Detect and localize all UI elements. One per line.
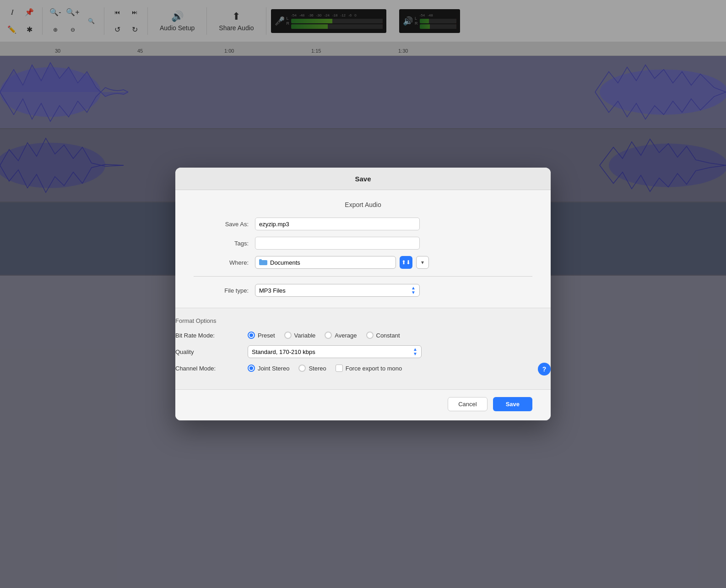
radio-constant-label: Constant [376,332,400,339]
radio-preset-circle [248,332,255,339]
tags-row: Tags: [194,237,532,250]
force-mono-checkbox [336,365,343,372]
chevron-down-icon: ▾ [421,259,424,266]
where-select[interactable]: Documents [255,256,396,269]
radio-variable-label: Variable [294,332,316,339]
save-as-row: Save As: [194,218,532,230]
where-label: Where: [194,259,249,266]
save-as-input[interactable] [255,218,420,230]
radio-joint-stereo[interactable]: Joint Stereo [248,365,289,372]
quality-value: Standard, 170-210 kbps [252,348,315,355]
format-options-title: Format Options [175,317,551,324]
where-picker-button[interactable]: ⬆⬇ [400,256,412,269]
radio-joint-stereo-label: Joint Stereo [258,365,289,372]
file-type-value: MP3 Files [259,287,286,294]
file-type-select[interactable]: MP3 Files ▲ ▼ [255,284,420,297]
radio-average-label: Average [335,332,357,339]
force-mono-label: Force export to mono [346,365,402,372]
tags-label: Tags: [194,240,249,247]
bit-rate-radio-group: Preset Variable Average Constant [248,332,400,339]
where-row: Where: Documents ⬆⬇ [194,256,532,269]
radio-constant-circle [366,332,374,339]
quality-select[interactable]: Standard, 170-210 kbps ▲ ▼ [248,345,422,358]
question-mark-icon: ? [542,365,547,373]
save-dialog: Save Export Audio Save As: Tags: Where: [175,168,551,420]
tags-input[interactable] [255,237,420,250]
where-controls: Documents ⬆⬇ ▾ [255,256,429,269]
radio-variable-circle [284,332,292,339]
radio-variable[interactable]: Variable [284,332,316,339]
radio-preset[interactable]: Preset [248,332,275,339]
svg-rect-9 [259,259,262,261]
dialog-title: Save [355,175,371,183]
format-options-section: Format Options Bit Rate Mode: Preset Var… [175,308,551,390]
channel-mode-label: Channel Mode: [175,365,244,372]
radio-average-circle [325,332,332,339]
dialog-titlebar: Save [175,168,551,190]
save-button[interactable]: Save [493,397,532,411]
radio-stereo-label: Stereo [309,365,326,372]
radio-average[interactable]: Average [325,332,357,339]
checkbox-force-mono[interactable]: Force export to mono [336,365,402,372]
dialog-overlay: Save Export Audio Save As: Tags: Where: [0,0,726,588]
file-type-label: File type: [194,287,249,294]
bit-rate-label: Bit Rate Mode: [175,332,244,339]
radio-constant[interactable]: Constant [366,332,400,339]
radio-joint-stereo-circle [248,365,255,372]
file-type-arrows: ▲ ▼ [411,286,416,295]
radio-stereo-circle [298,365,306,372]
file-type-row: File type: MP3 Files ▲ ▼ [194,284,532,297]
help-button[interactable]: ? [538,363,551,376]
channel-mode-row: Channel Mode: Joint Stereo Stereo Force … [175,365,551,372]
bit-rate-row: Bit Rate Mode: Preset Variable Average [175,332,551,339]
folder-icon [259,259,267,267]
quality-arrows: ▲ ▼ [413,347,417,356]
save-as-label: Save As: [194,221,249,228]
radio-preset-label: Preset [258,332,275,339]
channel-radio-group: Joint Stereo Stereo Force export to mono [248,365,402,372]
separator-1 [194,276,532,277]
quality-label: Quality [175,348,244,355]
where-expand-button[interactable]: ▾ [416,256,429,269]
cancel-button[interactable]: Cancel [448,397,487,411]
quality-row: Quality Standard, 170-210 kbps ▲ ▼ [175,345,551,358]
dialog-footer: Cancel Save [175,390,551,420]
export-audio-title: Export Audio [194,201,532,208]
dialog-body: Export Audio Save As: Tags: Where: [175,190,551,308]
updown-arrows-icon: ⬆⬇ [401,259,411,266]
where-value: Documents [270,259,300,266]
radio-stereo[interactable]: Stereo [298,365,326,372]
